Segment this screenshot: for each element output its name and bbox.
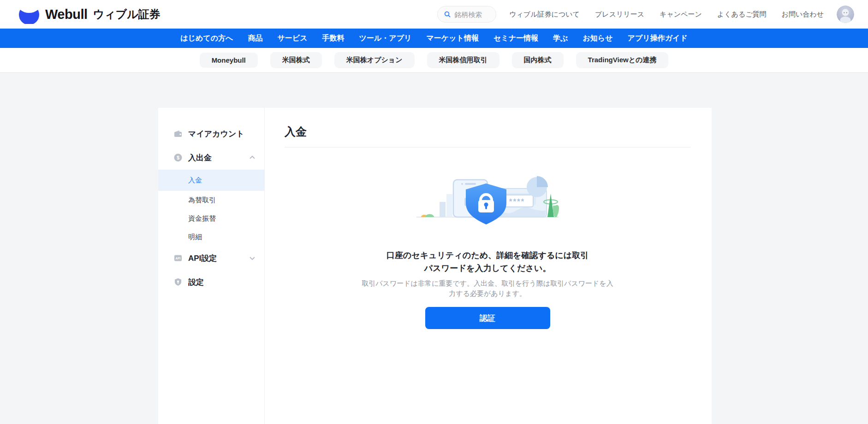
verify-button[interactable]: 認証 bbox=[425, 307, 550, 329]
api-icon: API bbox=[173, 253, 183, 263]
nav-item-services[interactable]: サービス bbox=[277, 34, 307, 43]
security-message-title: 口座のセキュリティのため、詳細を確認するには取引 パスワードを入力してください。 bbox=[386, 249, 589, 275]
sidebar-subitem-transfer[interactable]: 資金振替 bbox=[158, 209, 264, 228]
nav-item-market-info[interactable]: マーケット情報 bbox=[426, 34, 479, 43]
page-title: 入金 bbox=[285, 124, 690, 139]
nav-item-fees[interactable]: 手数料 bbox=[322, 34, 345, 43]
nav-item-app-guide[interactable]: アプリ操作ガイド bbox=[628, 34, 688, 43]
sub-navigation: Moneybull 米国株式 米国株オプション 米国株信用取引 国内株式 Tra… bbox=[0, 48, 868, 72]
nav-item-news[interactable]: お知らせ bbox=[583, 34, 612, 43]
chevron-down-icon[interactable] bbox=[249, 254, 256, 262]
sidebar-item-deposit-withdrawal[interactable]: $ 入出金 bbox=[158, 146, 264, 170]
account-panel: マイアカウント $ 入出金 入金 為替取引 資金振替 明細 API bbox=[158, 108, 712, 424]
page-background: マイアカウント $ 入出金 入金 為替取引 資金振替 明細 API bbox=[0, 72, 868, 424]
nav-item-seminar-info[interactable]: セミナー情報 bbox=[493, 34, 538, 43]
subnav-pill-us-options[interactable]: 米国株オプション bbox=[334, 52, 415, 68]
main-navigation: はじめての方へ 商品 サービス 手数料 ツール・アプリ マーケット情報 セミナー… bbox=[0, 29, 868, 48]
search-input[interactable] bbox=[454, 11, 491, 18]
search-icon bbox=[444, 11, 451, 18]
sidebar-item-settings[interactable]: 設定 bbox=[158, 270, 264, 294]
sidebar-item-label: 設定 bbox=[188, 277, 204, 288]
security-lock-illustration: **** bbox=[416, 173, 559, 228]
subnav-pill-us-margin[interactable]: 米国株信用取引 bbox=[427, 52, 499, 68]
deposit-content: 入金 bbox=[265, 108, 712, 424]
user-avatar[interactable] bbox=[837, 6, 854, 23]
sidebar-item-label: 入出金 bbox=[188, 153, 212, 163]
subnav-pill-us-stocks[interactable]: 米国株式 bbox=[270, 52, 322, 68]
wallet-icon bbox=[173, 129, 183, 138]
stock-search-box[interactable] bbox=[437, 6, 496, 23]
subnav-pill-tradingview[interactable]: TradingViewとの連携 bbox=[576, 52, 669, 68]
header-link-campaign[interactable]: キャンペーン bbox=[660, 10, 702, 19]
svg-text:API: API bbox=[176, 257, 181, 260]
account-sidebar: マイアカウント $ 入出金 入金 為替取引 資金振替 明細 API bbox=[158, 108, 265, 424]
brand-name: Webull bbox=[45, 7, 88, 22]
nav-item-beginners[interactable]: はじめての方へ bbox=[180, 34, 233, 43]
header-link-about[interactable]: ウィブル証券について bbox=[509, 10, 580, 19]
subnav-pill-moneybull[interactable]: Moneybull bbox=[200, 53, 258, 68]
security-message-body: 取引パスワードは非常に重要です。入出金、取引を行う際は取引パスワードを入 力する… bbox=[362, 278, 613, 299]
svg-text:$: $ bbox=[177, 155, 179, 160]
sidebar-item-label: マイアカウント bbox=[188, 129, 244, 139]
shield-icon bbox=[173, 277, 183, 287]
password-stars-text: **** bbox=[509, 197, 525, 206]
sidebar-item-api-settings[interactable]: API API設定 bbox=[158, 246, 264, 270]
subnav-pill-domestic-stocks[interactable]: 国内株式 bbox=[512, 52, 564, 68]
brand-subtitle: ウィブル証券 bbox=[93, 7, 161, 22]
sidebar-item-label: API設定 bbox=[188, 253, 217, 264]
brand-logo[interactable]: Webull ウィブル証券 bbox=[18, 5, 161, 24]
header-links: ウィブル証券について プレスリリース キャンペーン よくあるご質問 お問い合わせ bbox=[509, 10, 824, 19]
nav-item-tools-apps[interactable]: ツール・アプリ bbox=[359, 34, 412, 43]
sidebar-subitem-deposit[interactable]: 入金 bbox=[158, 170, 264, 191]
header-link-faq[interactable]: よくあるご質問 bbox=[717, 10, 767, 19]
sidebar-item-my-account[interactable]: マイアカウント bbox=[158, 122, 264, 146]
nav-item-products[interactable]: 商品 bbox=[248, 34, 262, 43]
chevron-up-icon[interactable] bbox=[249, 154, 256, 161]
header-link-contact[interactable]: お問い合わせ bbox=[782, 10, 824, 19]
webull-moon-icon bbox=[18, 5, 40, 24]
header-link-press[interactable]: プレスリリース bbox=[595, 10, 644, 19]
sidebar-subitem-fx-trade[interactable]: 為替取引 bbox=[158, 191, 264, 209]
dollar-circle-icon: $ bbox=[173, 153, 183, 162]
nav-item-learn[interactable]: 学ぶ bbox=[553, 34, 568, 43]
sidebar-subitem-statement[interactable]: 明細 bbox=[158, 228, 264, 246]
top-header: Webull ウィブル証券 ウィブル証券について プレスリリース キャンペーン … bbox=[0, 0, 868, 29]
